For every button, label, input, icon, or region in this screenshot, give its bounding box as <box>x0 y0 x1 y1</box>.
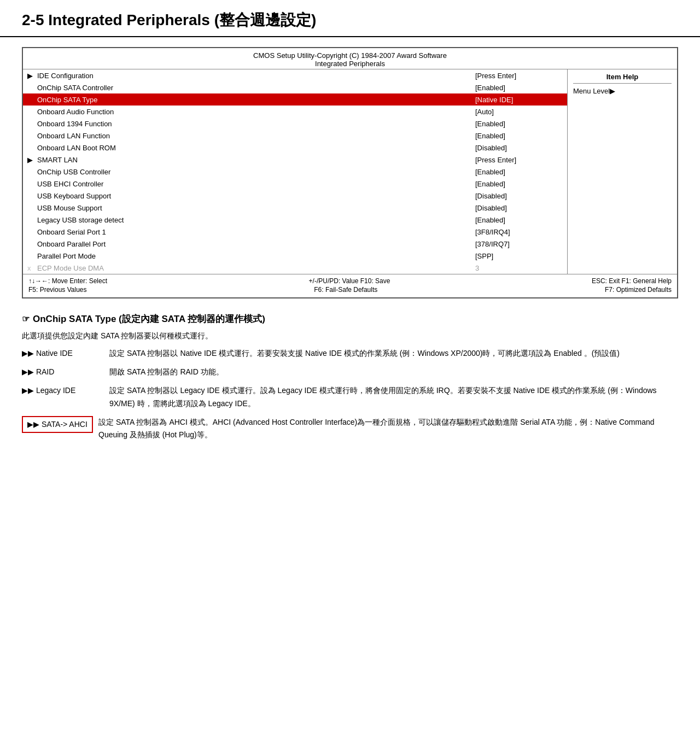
row-label: SMART LAN <box>36 156 475 164</box>
footer-value: +/-/PU/PD: Value F10: Save <box>309 277 390 285</box>
bios-main-panel: ▶IDE Configuration[Press Enter]OnChip SA… <box>23 69 568 274</box>
row-value: [Enabled] <box>475 132 563 140</box>
desc-item: ▶▶ Native IDE設定 SATA 控制器以 Native IDE 模式運… <box>22 347 678 360</box>
row-label: IDE Configuration <box>36 72 475 80</box>
bios-title-line1: CMOS Setup Utility-Copyright (C) 1984-20… <box>23 51 677 60</box>
desc-item-label: ▶▶ RAID <box>22 366 109 379</box>
bios-footer-line2: F5: Previous Values F6: Fail-Safe Defaul… <box>28 286 672 294</box>
row-label: Onboard 1394 Function <box>36 120 475 128</box>
bios-footer: ↑↓→←: Move Enter: Select +/-/PU/PD: Valu… <box>23 274 677 297</box>
footer-move: ↑↓→←: Move Enter: Select <box>28 277 107 285</box>
row-value: [3F8/IRQ4] <box>475 228 563 236</box>
row-label: USB Keyboard Support <box>36 192 475 200</box>
bios-row[interactable]: Onboard Parallel Port[378/IRQ7] <box>23 238 567 250</box>
bios-row[interactable]: OnChip SATA Type[Native IDE] <box>23 93 567 106</box>
row-label: Onboard Audio Function <box>36 108 475 116</box>
bios-row[interactable]: USB EHCI Controller[Enabled] <box>23 178 567 190</box>
footer-failsafe: F6: Fail-Safe Defaults <box>314 286 377 294</box>
row-arrow-icon: ▶ <box>27 156 36 164</box>
row-label: USB Mouse Support <box>36 204 475 212</box>
row-value: [Auto] <box>475 108 563 116</box>
footer-prev: F5: Previous Values <box>28 286 87 294</box>
bios-row[interactable]: OnChip USB Controller[Enabled] <box>23 166 567 178</box>
description-section: ☞ OnChip SATA Type (設定內建 SATA 控制器的運作模式) … <box>0 307 700 458</box>
page-header: 2-5 Integrated Peripherals (整合週邊設定) <box>0 0 700 37</box>
row-value: [Disabled] <box>475 192 563 200</box>
row-label: Legacy USB storage detect <box>36 216 475 224</box>
row-value: [Disabled] <box>475 144 563 152</box>
desc-item-label: ▶▶ SATA-> AHCI <box>22 416 93 434</box>
row-label: Parallel Port Mode <box>36 252 475 260</box>
row-arrow-icon: x <box>27 264 36 272</box>
desc-item-label: ▶▶ Legacy IDE <box>22 384 109 411</box>
bios-row[interactable]: ▶SMART LAN[Press Enter] <box>23 154 567 166</box>
row-value: [Enabled] <box>475 180 563 188</box>
footer-optimized: F7: Optimized Defaults <box>605 286 672 294</box>
bios-body: ▶IDE Configuration[Press Enter]OnChip SA… <box>23 69 677 274</box>
bios-row[interactable]: Parallel Port Mode[SPP] <box>23 250 567 262</box>
row-label: Onboard LAN Boot ROM <box>36 144 475 152</box>
desc-item: ▶▶ RAID開啟 SATA 控制器的 RAID 功能。 <box>22 366 678 379</box>
desc-item-text: 設定 SATA 控制器為 AHCI 模式。AHCI (Advanced Host… <box>98 416 678 442</box>
desc-item: ▶▶ SATA-> AHCI設定 SATA 控制器為 AHCI 模式。AHCI … <box>22 416 678 442</box>
bios-row[interactable]: xECP Mode Use DMA3 <box>23 262 567 274</box>
bios-help-text: Menu Level▶ <box>573 87 672 95</box>
desc-item-text: 開啟 SATA 控制器的 RAID 功能。 <box>109 366 678 379</box>
row-label: OnChip USB Controller <box>36 168 475 176</box>
desc-intro: 此選項提供您設定內建 SATA 控制器要以何種模式運行。 <box>22 330 678 342</box>
bios-row[interactable]: Onboard LAN Boot ROM[Disabled] <box>23 142 567 154</box>
row-value: [Enabled] <box>475 120 563 128</box>
bios-row[interactable]: ▶IDE Configuration[Press Enter] <box>23 69 567 81</box>
bios-footer-line1: ↑↓→←: Move Enter: Select +/-/PU/PD: Valu… <box>28 277 672 285</box>
bios-title-bar: CMOS Setup Utility-Copyright (C) 1984-20… <box>23 48 677 69</box>
bios-row[interactable]: Legacy USB storage detect[Enabled] <box>23 214 567 226</box>
bios-row[interactable]: Onboard Audio Function[Auto] <box>23 106 567 118</box>
row-label: Onboard Serial Port 1 <box>36 228 475 236</box>
row-value: [Press Enter] <box>475 156 563 164</box>
bios-row[interactable]: USB Keyboard Support[Disabled] <box>23 190 567 202</box>
page-title: 2-5 Integrated Peripherals (整合週邊設定) <box>22 10 678 31</box>
bios-row[interactable]: USB Mouse Support[Disabled] <box>23 202 567 214</box>
bios-help-panel: Item Help Menu Level▶ <box>568 69 677 274</box>
desc-item-text: 設定 SATA 控制器以 Native IDE 模式運行。若要安裝支援 Nati… <box>109 347 678 360</box>
row-value: [Native IDE] <box>475 96 563 104</box>
row-value: 3 <box>475 264 563 272</box>
bios-row[interactable]: Onboard LAN Function[Enabled] <box>23 130 567 142</box>
row-value: [Press Enter] <box>475 72 563 80</box>
row-label: OnChip SATA Controller <box>36 84 475 92</box>
desc-items-container: ▶▶ Native IDE設定 SATA 控制器以 Native IDE 模式運… <box>22 347 678 442</box>
bios-help-title: Item Help <box>573 73 672 84</box>
desc-title-text: OnChip SATA Type (設定內建 SATA 控制器的運作模式) <box>33 313 265 325</box>
bios-rows-container: ▶IDE Configuration[Press Enter]OnChip SA… <box>23 69 567 274</box>
row-arrow-icon: ▶ <box>27 72 36 80</box>
desc-title: ☞ OnChip SATA Type (設定內建 SATA 控制器的運作模式) <box>22 313 678 325</box>
bios-container: CMOS Setup Utility-Copyright (C) 1984-20… <box>22 47 678 298</box>
desc-item-label: ▶▶ Native IDE <box>22 347 109 360</box>
bios-row[interactable]: Onboard 1394 Function[Enabled] <box>23 118 567 130</box>
bios-row[interactable]: Onboard Serial Port 1[3F8/IRQ4] <box>23 226 567 238</box>
row-value: [Disabled] <box>475 204 563 212</box>
desc-arrow: ☞ <box>22 314 30 324</box>
row-value: [Enabled] <box>475 216 563 224</box>
bios-title-line2: Integrated Peripherals <box>23 60 677 68</box>
row-label: Onboard LAN Function <box>36 132 475 140</box>
row-value: [378/IRQ7] <box>475 240 563 248</box>
row-label: Onboard Parallel Port <box>36 240 475 248</box>
footer-exit: ESC: Exit F1: General Help <box>592 277 672 285</box>
row-value: [Enabled] <box>475 84 563 92</box>
row-value: [Enabled] <box>475 168 563 176</box>
row-label: ECP Mode Use DMA <box>36 264 475 272</box>
row-label: OnChip SATA Type <box>36 96 475 104</box>
desc-item: ▶▶ Legacy IDE設定 SATA 控制器以 Legacy IDE 模式運… <box>22 384 678 411</box>
bios-row[interactable]: OnChip SATA Controller[Enabled] <box>23 81 567 93</box>
row-label: USB EHCI Controller <box>36 180 475 188</box>
row-value: [SPP] <box>475 252 563 260</box>
desc-item-text: 設定 SATA 控制器以 Legacy IDE 模式運行。設為 Legacy I… <box>109 384 678 411</box>
